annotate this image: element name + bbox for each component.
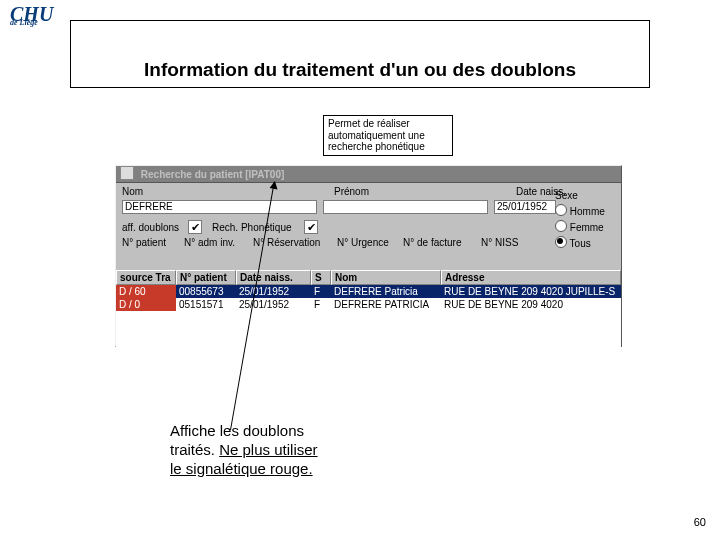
label-nniss: N° NISS: [481, 237, 518, 248]
date-field[interactable]: 25/01/1952: [494, 200, 556, 214]
window-titlebar: Recherche du patient [IPAT00]: [116, 166, 621, 183]
nom-field[interactable]: DEFRERE: [122, 200, 317, 214]
radio-homme[interactable]: [555, 204, 567, 216]
app-window: Recherche du patient [IPAT00] Nom Prénom…: [115, 165, 622, 347]
checkbox-phonetique[interactable]: ✔: [304, 220, 318, 234]
label-aff: aff. doublons: [122, 222, 182, 233]
cell-sexe: F: [311, 298, 331, 311]
cell-sexe: F: [311, 285, 331, 298]
cell-nom: DEFRERE PATRICIA: [331, 298, 441, 311]
label-nfact: N° de facture: [403, 237, 475, 248]
cell-npatient: 00855673: [176, 285, 236, 298]
cell-source: D / 60: [116, 285, 176, 298]
col-npatient[interactable]: N° patient: [176, 270, 236, 285]
label-sexe: Sexe: [555, 188, 615, 204]
title-box: Information du traitement d'un ou des do…: [70, 20, 650, 88]
results-table: source Tra N° patient Date naiss. S Nom …: [116, 270, 621, 353]
label-prenom: Prénom: [334, 186, 394, 197]
window-icon: [120, 166, 134, 180]
col-datenaiss[interactable]: Date naiss.: [236, 270, 311, 285]
radio-homme-label: Homme: [570, 206, 605, 217]
label-nurg: N° Urgence: [337, 237, 397, 248]
prenom-field[interactable]: [323, 200, 488, 214]
logo: CHU de Liège: [10, 6, 53, 26]
radio-femme[interactable]: [555, 220, 567, 232]
col-adresse[interactable]: Adresse: [441, 270, 621, 285]
caption-line1: Affiche les doublons: [170, 422, 304, 439]
window-title: Recherche du patient [IPAT00]: [141, 169, 285, 180]
col-sexe[interactable]: S: [311, 270, 331, 285]
label-phon: Rech. Phonétique: [212, 222, 298, 233]
label-nadmin: N° adm inv.: [184, 237, 247, 248]
cell-adresse: RUE DE BEYNE 209 4020 JUPILLE-S: [441, 285, 621, 298]
table-row[interactable]: D / 0 05151571 25/01/1952 F DEFRERE PATR…: [116, 298, 621, 311]
radio-femme-label: Femme: [570, 222, 604, 233]
radio-tous[interactable]: [555, 236, 567, 248]
cell-source: D / 0: [116, 298, 176, 311]
table-row[interactable]: D / 60 00855673 25/01/1952 F DEFRERE Pat…: [116, 285, 621, 298]
cell-date: 25/01/1952: [236, 298, 311, 311]
caption-bottom: Affiche les doublons traités. Ne plus ut…: [170, 422, 400, 478]
annotation-phonetic: Permet de réaliser automatiquement une r…: [323, 115, 453, 156]
radio-tous-label: Tous: [570, 238, 591, 249]
checkbox-aff-doublons[interactable]: ✔: [188, 220, 202, 234]
col-nom[interactable]: Nom: [331, 270, 441, 285]
label-nom: Nom: [122, 186, 162, 197]
sexe-group: Sexe Homme Femme Tous: [555, 188, 615, 252]
page-title: Information du traitement d'un ou des do…: [144, 59, 576, 81]
cell-date: 25/01/1952: [236, 285, 311, 298]
cell-npatient: 05151571: [176, 298, 236, 311]
table-header: source Tra N° patient Date naiss. S Nom …: [116, 270, 621, 285]
table-empty: [116, 311, 621, 353]
cell-nom: DEFRERE Patricia: [331, 285, 441, 298]
col-source[interactable]: source Tra: [116, 270, 176, 285]
caption-underline2: le signalétique rouge.: [170, 460, 313, 477]
label-npatient: N° patient: [122, 237, 178, 248]
caption-line2a: traités.: [170, 441, 219, 458]
caption-underline1: Ne plus utiliser: [219, 441, 317, 458]
page-number: 60: [694, 516, 706, 528]
cell-adresse: RUE DE BEYNE 209 4020: [441, 298, 621, 311]
